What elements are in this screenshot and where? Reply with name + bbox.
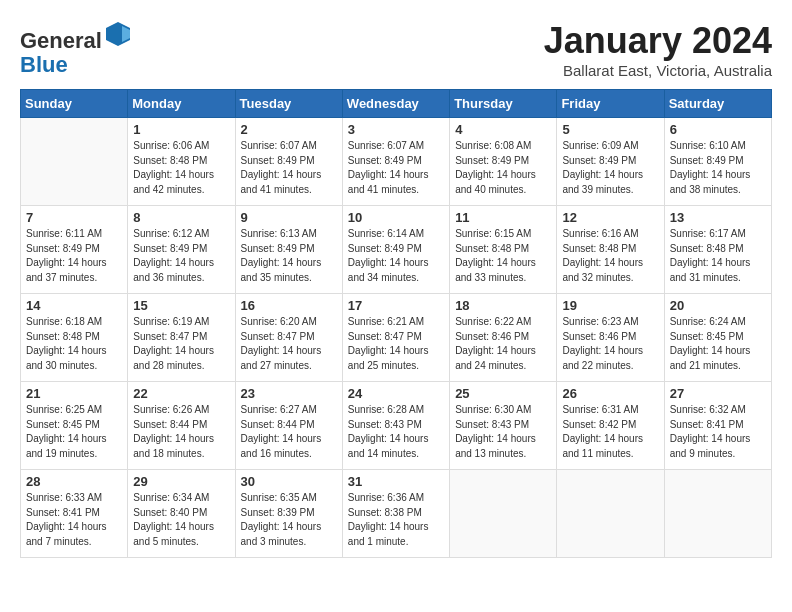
calendar-day-cell: 5Sunrise: 6:09 AMSunset: 8:49 PMDaylight… [557, 118, 664, 206]
col-sunday: Sunday [21, 90, 128, 118]
day-number: 26 [562, 386, 658, 401]
calendar-day-cell: 2Sunrise: 6:07 AMSunset: 8:49 PMDaylight… [235, 118, 342, 206]
calendar-day-cell: 14Sunrise: 6:18 AMSunset: 8:48 PMDayligh… [21, 294, 128, 382]
calendar-day-cell: 22Sunrise: 6:26 AMSunset: 8:44 PMDayligh… [128, 382, 235, 470]
day-number: 12 [562, 210, 658, 225]
day-info: Sunrise: 6:15 AMSunset: 8:48 PMDaylight:… [455, 227, 551, 285]
calendar-day-cell [557, 470, 664, 558]
day-number: 14 [26, 298, 122, 313]
day-info: Sunrise: 6:28 AMSunset: 8:43 PMDaylight:… [348, 403, 444, 461]
calendar-day-cell: 1Sunrise: 6:06 AMSunset: 8:48 PMDaylight… [128, 118, 235, 206]
calendar-day-cell: 10Sunrise: 6:14 AMSunset: 8:49 PMDayligh… [342, 206, 449, 294]
day-number: 13 [670, 210, 766, 225]
calendar-day-cell: 8Sunrise: 6:12 AMSunset: 8:49 PMDaylight… [128, 206, 235, 294]
month-year-title: January 2024 [544, 20, 772, 62]
calendar-day-cell [21, 118, 128, 206]
day-number: 24 [348, 386, 444, 401]
calendar-day-cell: 21Sunrise: 6:25 AMSunset: 8:45 PMDayligh… [21, 382, 128, 470]
calendar-day-cell: 13Sunrise: 6:17 AMSunset: 8:48 PMDayligh… [664, 206, 771, 294]
col-saturday: Saturday [664, 90, 771, 118]
day-info: Sunrise: 6:22 AMSunset: 8:46 PMDaylight:… [455, 315, 551, 373]
calendar-day-cell: 19Sunrise: 6:23 AMSunset: 8:46 PMDayligh… [557, 294, 664, 382]
day-info: Sunrise: 6:18 AMSunset: 8:48 PMDaylight:… [26, 315, 122, 373]
calendar-week-row: 14Sunrise: 6:18 AMSunset: 8:48 PMDayligh… [21, 294, 772, 382]
day-number: 16 [241, 298, 337, 313]
calendar-day-cell: 29Sunrise: 6:34 AMSunset: 8:40 PMDayligh… [128, 470, 235, 558]
calendar-day-cell: 16Sunrise: 6:20 AMSunset: 8:47 PMDayligh… [235, 294, 342, 382]
day-number: 29 [133, 474, 229, 489]
day-info: Sunrise: 6:26 AMSunset: 8:44 PMDaylight:… [133, 403, 229, 461]
col-monday: Monday [128, 90, 235, 118]
calendar-table: Sunday Monday Tuesday Wednesday Thursday… [20, 89, 772, 558]
day-info: Sunrise: 6:13 AMSunset: 8:49 PMDaylight:… [241, 227, 337, 285]
day-info: Sunrise: 6:25 AMSunset: 8:45 PMDaylight:… [26, 403, 122, 461]
logo-blue: Blue [20, 52, 68, 77]
day-info: Sunrise: 6:27 AMSunset: 8:44 PMDaylight:… [241, 403, 337, 461]
calendar-day-cell: 3Sunrise: 6:07 AMSunset: 8:49 PMDaylight… [342, 118, 449, 206]
day-number: 25 [455, 386, 551, 401]
day-number: 31 [348, 474, 444, 489]
day-number: 28 [26, 474, 122, 489]
calendar-day-cell: 24Sunrise: 6:28 AMSunset: 8:43 PMDayligh… [342, 382, 449, 470]
day-info: Sunrise: 6:07 AMSunset: 8:49 PMDaylight:… [241, 139, 337, 197]
day-number: 1 [133, 122, 229, 137]
day-number: 18 [455, 298, 551, 313]
day-number: 7 [26, 210, 122, 225]
logo-general: General [20, 28, 102, 53]
day-number: 6 [670, 122, 766, 137]
day-info: Sunrise: 6:20 AMSunset: 8:47 PMDaylight:… [241, 315, 337, 373]
day-number: 17 [348, 298, 444, 313]
calendar-day-cell: 23Sunrise: 6:27 AMSunset: 8:44 PMDayligh… [235, 382, 342, 470]
calendar-day-cell: 12Sunrise: 6:16 AMSunset: 8:48 PMDayligh… [557, 206, 664, 294]
day-info: Sunrise: 6:34 AMSunset: 8:40 PMDaylight:… [133, 491, 229, 549]
calendar-day-cell: 6Sunrise: 6:10 AMSunset: 8:49 PMDaylight… [664, 118, 771, 206]
day-number: 11 [455, 210, 551, 225]
calendar-day-cell: 17Sunrise: 6:21 AMSunset: 8:47 PMDayligh… [342, 294, 449, 382]
day-number: 4 [455, 122, 551, 137]
col-thursday: Thursday [450, 90, 557, 118]
day-number: 23 [241, 386, 337, 401]
day-number: 20 [670, 298, 766, 313]
calendar-week-row: 28Sunrise: 6:33 AMSunset: 8:41 PMDayligh… [21, 470, 772, 558]
calendar-day-cell: 11Sunrise: 6:15 AMSunset: 8:48 PMDayligh… [450, 206, 557, 294]
calendar-day-cell: 7Sunrise: 6:11 AMSunset: 8:49 PMDaylight… [21, 206, 128, 294]
day-number: 9 [241, 210, 337, 225]
calendar-week-row: 1Sunrise: 6:06 AMSunset: 8:48 PMDaylight… [21, 118, 772, 206]
calendar-day-cell [450, 470, 557, 558]
calendar-day-cell: 26Sunrise: 6:31 AMSunset: 8:42 PMDayligh… [557, 382, 664, 470]
col-tuesday: Tuesday [235, 90, 342, 118]
day-info: Sunrise: 6:12 AMSunset: 8:49 PMDaylight:… [133, 227, 229, 285]
day-number: 30 [241, 474, 337, 489]
page-header: General Blue January 2024 Ballarat East,… [20, 20, 772, 79]
col-friday: Friday [557, 90, 664, 118]
day-info: Sunrise: 6:16 AMSunset: 8:48 PMDaylight:… [562, 227, 658, 285]
day-number: 21 [26, 386, 122, 401]
calendar-day-cell: 9Sunrise: 6:13 AMSunset: 8:49 PMDaylight… [235, 206, 342, 294]
calendar-day-cell: 30Sunrise: 6:35 AMSunset: 8:39 PMDayligh… [235, 470, 342, 558]
day-info: Sunrise: 6:19 AMSunset: 8:47 PMDaylight:… [133, 315, 229, 373]
calendar-day-cell [664, 470, 771, 558]
day-info: Sunrise: 6:11 AMSunset: 8:49 PMDaylight:… [26, 227, 122, 285]
day-number: 10 [348, 210, 444, 225]
calendar-day-cell: 27Sunrise: 6:32 AMSunset: 8:41 PMDayligh… [664, 382, 771, 470]
day-number: 19 [562, 298, 658, 313]
day-info: Sunrise: 6:21 AMSunset: 8:47 PMDaylight:… [348, 315, 444, 373]
day-info: Sunrise: 6:35 AMSunset: 8:39 PMDaylight:… [241, 491, 337, 549]
day-info: Sunrise: 6:08 AMSunset: 8:49 PMDaylight:… [455, 139, 551, 197]
day-info: Sunrise: 6:07 AMSunset: 8:49 PMDaylight:… [348, 139, 444, 197]
day-info: Sunrise: 6:09 AMSunset: 8:49 PMDaylight:… [562, 139, 658, 197]
col-wednesday: Wednesday [342, 90, 449, 118]
calendar-day-cell: 15Sunrise: 6:19 AMSunset: 8:47 PMDayligh… [128, 294, 235, 382]
day-info: Sunrise: 6:36 AMSunset: 8:38 PMDaylight:… [348, 491, 444, 549]
day-info: Sunrise: 6:33 AMSunset: 8:41 PMDaylight:… [26, 491, 122, 549]
logo-icon [104, 20, 132, 48]
day-number: 3 [348, 122, 444, 137]
day-info: Sunrise: 6:24 AMSunset: 8:45 PMDaylight:… [670, 315, 766, 373]
day-number: 5 [562, 122, 658, 137]
calendar-day-cell: 31Sunrise: 6:36 AMSunset: 8:38 PMDayligh… [342, 470, 449, 558]
day-info: Sunrise: 6:31 AMSunset: 8:42 PMDaylight:… [562, 403, 658, 461]
day-info: Sunrise: 6:23 AMSunset: 8:46 PMDaylight:… [562, 315, 658, 373]
day-info: Sunrise: 6:17 AMSunset: 8:48 PMDaylight:… [670, 227, 766, 285]
calendar-header-row: Sunday Monday Tuesday Wednesday Thursday… [21, 90, 772, 118]
calendar-day-cell: 20Sunrise: 6:24 AMSunset: 8:45 PMDayligh… [664, 294, 771, 382]
